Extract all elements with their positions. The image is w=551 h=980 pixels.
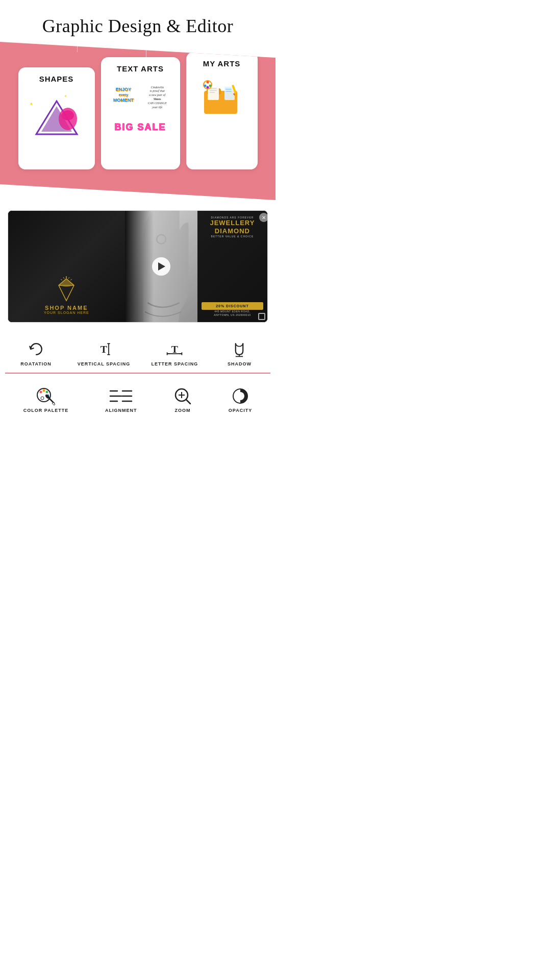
letter-spacing-label: LETTER SPACING [151,361,198,366]
myarts-card-title: MY ARTS [203,59,241,68]
svg-rect-14 [226,89,232,90]
shadow-tool[interactable]: SHADOW [219,340,260,366]
svg-point-50 [46,391,48,394]
svg-line-32 [61,279,62,280]
svg-marker-3 [64,95,67,97]
svg-rect-11 [210,90,217,91]
opacity-label: OPACITY [229,408,252,413]
shapes-card-title: SHAPES [39,75,74,83]
discount-badge: 20% DISCOUNT [202,302,263,310]
vertical-spacing-icon: T [95,340,113,358]
alignment-icon [108,387,134,405]
canvas-bottom-section: 20% DISCOUNT 445 MOUNT EDEN ROAD, ANYTOW… [202,302,263,317]
opacity-icon [231,387,249,405]
svg-line-31 [68,277,69,279]
enjoy-text: ENJOYeveryMOMENT [110,87,137,103]
zoom-icon [173,387,192,405]
color-palette-label: COLOR PALETTE [23,408,68,413]
rotation-tool[interactable]: ROATATION [16,340,57,366]
textarts-card[interactable]: TEXT ARTS ENJOYeveryMOMENT Cinderellais … [101,57,180,169]
shapes-card[interactable]: SHAPES [18,67,95,169]
better-value-text: BETTER VALUE & CHOICE [202,235,263,238]
letter-spacing-icon: T [165,340,184,358]
svg-point-21 [206,86,209,89]
color-palette-icon [36,387,56,405]
bigsale-text: BIG SALE [114,122,166,133]
canvas-right-panel: ✕ DIAMONDS ARE FOREVER JEWELLERY DIAMOND… [197,211,267,322]
left-gradient [125,211,154,322]
shapes-illustration [23,88,90,144]
textarts-card-title: TEXT ARTS [117,64,164,73]
app-title: Graphic Design & Editor [10,15,265,37]
discount-text: 20% DISCOUNT [205,304,260,308]
bottom-toolbar: COLOR PALETTE ALIGNMENT [0,380,276,420]
svg-text:T: T [171,344,178,355]
play-triangle-icon [158,262,165,271]
banner-area: SHAPES TEXT ARTS [0,42,276,200]
vertical-spacing-tool[interactable]: T VERTICAL SPACING [78,340,131,366]
cinderella-text: Cinderellais proof thata new pair ofShoe… [142,85,173,110]
alignment-label: ALIGNMENT [105,408,137,413]
shadow-label: SHADOW [228,361,252,366]
play-button[interactable] [152,257,170,276]
shadow-icon [230,340,248,358]
alignment-tool[interactable]: ALIGNMENT [105,387,137,413]
cards-row: SHAPES TEXT ARTS [10,52,265,180]
shop-slogan-text: YOUR SLOGAN HERE [44,311,89,314]
svg-text:T: T [100,344,107,355]
close-button[interactable]: ✕ [259,213,268,222]
svg-rect-15 [226,91,232,92]
opacity-tool[interactable]: OPACITY [229,387,252,413]
svg-point-5 [62,110,74,120]
jewellery-title: JEWELLERY DIAMOND [202,219,263,235]
svg-line-65 [186,400,190,404]
canvas-left-panel: SHOP NAME YOUR SLOGAN HERE [8,211,125,322]
myarts-card[interactable]: MY ARTS [186,52,258,169]
diamond-svg [54,276,79,302]
svg-line-30 [63,277,64,279]
textarts-illustration: ENJOYeveryMOMENT Cinderellais proof that… [106,78,175,139]
svg-point-52 [41,397,44,400]
resize-handle[interactable] [258,313,265,320]
letter-spacing-tool[interactable]: T LETTER SPACING [151,340,198,366]
canvas-frame[interactable]: SHOP NAME YOUR SLOGAN HERE [8,210,268,323]
address-text: 445 MOUNT EDEN ROAD, ANYTOWN, US 2026000… [202,310,263,317]
main-toolbar: ROATATION T VERTICAL SPACING T LETTER SP [0,328,276,380]
svg-rect-12 [210,92,215,93]
toolbar-divider [5,373,270,374]
svg-point-49 [43,389,45,392]
svg-line-33 [70,279,72,280]
svg-marker-2 [30,102,33,105]
vertical-spacing-label: VERTICAL SPACING [78,361,131,366]
svg-point-18 [206,81,209,84]
shop-name-text: SHOP NAME [45,305,88,311]
canvas-area: SHOP NAME YOUR SLOGAN HERE [0,200,276,328]
svg-point-20 [204,85,206,87]
zoom-label: ZOOM [175,408,191,413]
canvas-top-section: DIAMONDS ARE FOREVER JEWELLERY DIAMOND B… [202,216,263,238]
toolbar-row: ROATATION T VERTICAL SPACING T LETTER SP [5,336,270,371]
zoom-tool[interactable]: ZOOM [173,387,192,413]
svg-marker-55 [52,402,55,405]
bottom-toolbar-row: COLOR PALETTE ALIGNMENT [5,387,270,413]
myarts-illustration [191,73,253,119]
canvas-middle-panel [125,211,197,322]
svg-point-48 [40,391,42,394]
app-header: Graphic Design & Editor [0,0,276,47]
color-palette-tool[interactable]: COLOR PALETTE [23,387,68,413]
svg-point-19 [209,85,211,87]
rotation-label: ROATATION [20,361,52,366]
rotation-icon [27,340,45,358]
